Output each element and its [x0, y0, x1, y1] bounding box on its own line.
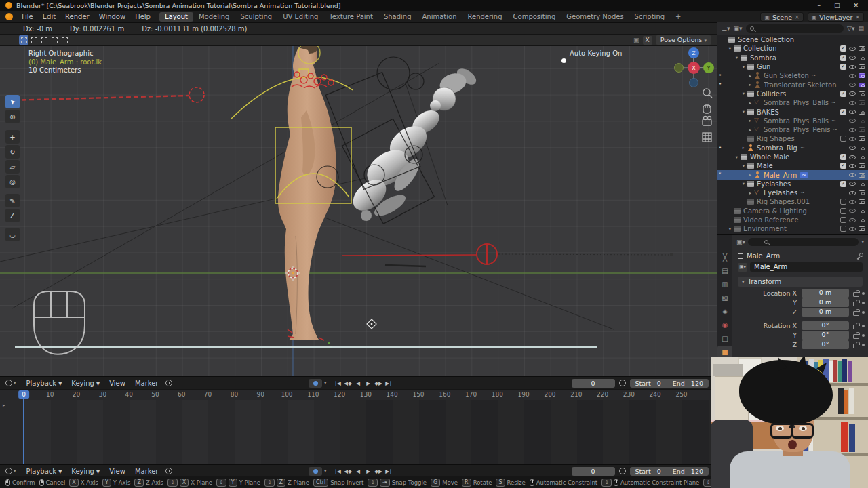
properties-tab[interactable]: ■ [717, 346, 732, 358]
properties-tab[interactable]: ▤ [717, 264, 732, 277]
outliner-row[interactable]: • ▸ Gun Skeleton ~ [717, 71, 868, 80]
playback-button[interactable]: ▶∣ [384, 379, 394, 388]
viewport-tool-button[interactable]: ↻ [5, 145, 20, 159]
disable-render-icon[interactable] [859, 218, 865, 222]
timeline-menu-item[interactable]: Playback ▾ [22, 468, 67, 475]
outliner-row[interactable]: • ▸ Sombra_Rig ~ [717, 144, 868, 152]
workspace-tab[interactable]: Geometry Nodes [561, 12, 629, 22]
hide-viewport-icon[interactable] [849, 173, 856, 177]
expand-arrow-icon[interactable]: ▸ [747, 127, 753, 133]
viewport-tool-button[interactable]: ◡ [5, 228, 20, 241]
editor-type-icon[interactable]: ▾ [5, 468, 16, 474]
maximize-button[interactable]: □ [834, 2, 840, 9]
hide-viewport-icon[interactable] [849, 155, 856, 159]
properties-tab[interactable]: ▧ [717, 291, 732, 304]
scene-selector[interactable]: ▣ Scene ✕ [760, 12, 803, 22]
use-preview-range-icon[interactable] [619, 380, 626, 386]
animate-dot-icon[interactable] [862, 334, 865, 337]
object-name[interactable]: Gun [757, 63, 770, 70]
menu-item[interactable]: Help [130, 12, 155, 21]
disable-render-icon[interactable] [859, 155, 865, 159]
object-name[interactable]: Whole Male [750, 153, 789, 161]
hide-viewport-icon[interactable] [849, 56, 856, 60]
collection-checkbox[interactable] [840, 217, 846, 223]
object-name[interactable]: Sombra_Rig [757, 144, 797, 152]
hide-viewport-icon[interactable] [849, 128, 856, 132]
disable-render-icon[interactable] [859, 100, 865, 105]
viewport-tool-button[interactable]: ⊕ [5, 110, 20, 123]
blender-menu-icon[interactable] [5, 13, 13, 20]
current-frame-field[interactable]: 0 [572, 467, 615, 476]
disable-render-icon[interactable] [859, 110, 865, 115]
object-name[interactable]: Rig Shapes [757, 135, 795, 142]
collection-checkbox[interactable] [840, 226, 846, 232]
playback-button[interactable]: ▶ [363, 379, 374, 388]
playback-button[interactable]: ◆▶ [374, 467, 384, 476]
hide-viewport-icon[interactable] [849, 227, 856, 231]
expand-arrow-icon[interactable]: ▾ [741, 64, 747, 70]
disable-render-icon[interactable] [859, 146, 865, 150]
object-name[interactable]: Rig Shapes.001 [757, 198, 810, 205]
expand-arrow-icon[interactable]: ▾ [741, 163, 747, 169]
disable-render-icon[interactable] [859, 163, 865, 168]
outliner-row[interactable]: ▾ BAKES [717, 107, 868, 116]
menu-item[interactable]: Render [60, 12, 94, 21]
playhead[interactable] [23, 397, 24, 464]
collection-checkbox[interactable] [840, 199, 846, 205]
field-value-input[interactable]: 0 m [802, 308, 849, 317]
outliner-row[interactable]: Rig Shapes.001 [717, 197, 868, 206]
outliner-row[interactable]: ▾ Male [717, 161, 868, 170]
hide-viewport-icon[interactable] [849, 101, 856, 105]
select-mode-button[interactable] [29, 35, 39, 45]
collection-checkbox[interactable] [840, 181, 846, 187]
properties-filter-icon[interactable]: ▣▾ [736, 239, 745, 245]
collection-checkbox[interactable] [840, 136, 846, 142]
navigation-gizmo[interactable]: Z Y X [675, 47, 715, 87]
hide-viewport-icon[interactable] [849, 209, 856, 213]
outliner-row[interactable]: ▸ Sombra_Phys_Balls ~ [717, 117, 868, 125]
hide-viewport-icon[interactable] [849, 83, 856, 87]
hide-viewport-icon[interactable] [849, 119, 856, 123]
expand-arrow-icon[interactable]: ▸ [747, 172, 753, 178]
properties-tab[interactable]: □ [717, 332, 732, 344]
playback-button[interactable]: ◀◆ [343, 467, 353, 476]
timeline-menu-item[interactable]: Keying ▾ [66, 380, 104, 387]
select-mode-button[interactable] [60, 35, 69, 45]
outliner-row[interactable]: • ▸ Translocator Skeleton [717, 80, 868, 89]
disable-render-icon[interactable] [859, 46, 865, 51]
lock-icon[interactable] [852, 332, 859, 339]
lock-icon[interactable] [852, 300, 859, 306]
viewport-tool-button[interactable]: ✎ [5, 194, 20, 207]
timeline-menu-item[interactable]: Marker [130, 380, 163, 387]
disable-render-icon[interactable] [859, 64, 865, 69]
animate-dot-icon[interactable] [862, 325, 865, 327]
collection-checkbox[interactable] [840, 91, 846, 97]
disable-render-icon[interactable] [859, 83, 865, 87]
use-preview-range-icon[interactable] [619, 468, 626, 474]
outliner-search-input[interactable] [746, 24, 844, 33]
timeline-menu-item[interactable]: Marker [130, 468, 163, 475]
outliner-row[interactable]: Video Reference [717, 216, 868, 224]
object-name[interactable]: Colliders [757, 90, 786, 98]
object-name[interactable]: Sombra_Phys_Balls [764, 99, 829, 106]
hide-viewport-icon[interactable] [849, 200, 856, 204]
hide-viewport-icon[interactable] [849, 146, 856, 150]
playback-button[interactable]: ∣◀ [333, 379, 343, 388]
properties-tab[interactable]: ◉ [717, 319, 732, 331]
hide-viewport-icon[interactable] [849, 191, 856, 195]
collection-checkbox[interactable] [840, 208, 846, 214]
filter-icon[interactable]: ▽▾ [847, 25, 854, 32]
hide-viewport-icon[interactable] [849, 65, 856, 69]
viewport-tool-button[interactable]: ➤ [5, 95, 20, 108]
hide-viewport-icon[interactable] [849, 137, 856, 141]
workspace-tab[interactable]: + [670, 12, 686, 22]
expand-arrow-icon[interactable]: ▾ [741, 91, 747, 96]
expand-arrow-icon[interactable]: ▸ [747, 100, 753, 106]
animate-dot-icon[interactable] [862, 302, 865, 304]
playback-button[interactable]: ◆▶ [374, 379, 384, 388]
minimize-button[interactable]: – [817, 2, 821, 9]
current-frame-field[interactable]: 0 [572, 379, 615, 388]
close-button[interactable]: ✕ [853, 2, 859, 9]
breadcrumb-object[interactable]: Male_Arm [747, 252, 780, 260]
animate-dot-icon[interactable] [862, 292, 865, 295]
